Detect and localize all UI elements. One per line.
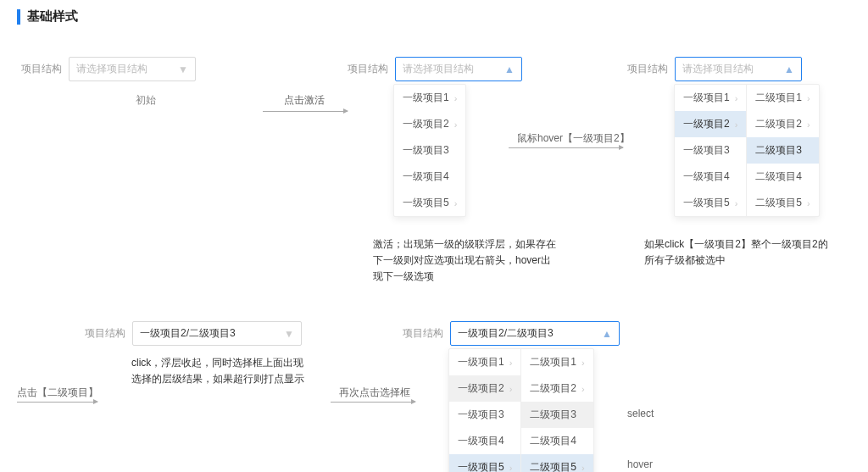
dropdown-item-selected[interactable]: 一级项目2› (449, 375, 520, 402)
placeholder: 请选择项目结构 (76, 62, 147, 76)
select-note: select (627, 406, 654, 422)
state2-select[interactable]: 请选择项目结构 ▲ (395, 57, 522, 81)
chevron-right-icon: › (581, 384, 585, 394)
dropdown-item[interactable]: 一级项目4 (449, 428, 520, 454)
state5-col2: 二级项目1› 二级项目2› 二级项目3 二级项目4 二级项目5› (520, 349, 593, 472)
field-label: 项目结构 (21, 62, 62, 76)
field-label: 项目结构 (85, 326, 125, 341)
transition1-label: 点击激活 (284, 92, 325, 108)
state2-col1: 一级项目1› 一级项目2› 一级项目3 一级项目4 一级项目5› (394, 85, 465, 216)
state5-dropdown: 一级项目1› 一级项目2› 一级项目3 一级项目4 一级项目5› 二级项目1› … (448, 348, 594, 472)
arrow-3 (17, 402, 97, 403)
caret-up-icon: ▲ (784, 64, 794, 75)
state2-dropdown: 一级项目1› 一级项目2› 一级项目3 一级项目4 一级项目5› (393, 84, 466, 217)
dropdown-item[interactable]: 一级项目1› (394, 85, 465, 111)
dropdown-item[interactable]: 二级项目4 (747, 164, 818, 190)
diagram-container: 项目结构 请选择项目结构 ▼ 初始 点击激活 项目结构 请选择项目结构 ▲ 一级… (17, 50, 848, 472)
dropdown-item[interactable]: 一级项目3 (675, 137, 746, 164)
chevron-right-icon: › (509, 463, 513, 473)
chevron-right-icon: › (454, 93, 458, 103)
chevron-right-icon: › (735, 119, 738, 130)
state4-select[interactable]: 一级项目2/二级项目3 ▼ (132, 321, 302, 346)
transition2-label: 鼠标hover【一级项目2】 (517, 130, 630, 147)
arrow-2 (509, 147, 623, 148)
caret-up-icon: ▲ (504, 64, 515, 75)
caret-up-icon: ▲ (602, 329, 612, 339)
dropdown-item[interactable]: 二级项目2› (521, 375, 593, 402)
transition3-label: 点击【二级项目】 (17, 385, 98, 401)
dropdown-item[interactable]: 二级项目1› (747, 85, 818, 111)
dropdown-item[interactable]: 一级项目5› (394, 190, 465, 216)
chevron-right-icon: › (807, 119, 810, 130)
placeholder: 请选择项目结构 (682, 62, 754, 76)
dropdown-item[interactable]: 一级项目2› (394, 111, 465, 137)
state1-caption: 初始 (136, 92, 156, 108)
dropdown-item[interactable]: 二级项目4 (521, 428, 593, 454)
dropdown-item-hovered[interactable]: 二级项目3 (747, 137, 818, 164)
dropdown-item[interactable]: 一级项目1› (675, 85, 746, 111)
dropdown-item[interactable]: 一级项目4 (394, 164, 465, 190)
state1-combo: 项目结构 请选择项目结构 ▼ (21, 57, 196, 81)
chevron-right-icon: › (807, 93, 810, 103)
hover-note: hover (627, 457, 653, 472)
field-label: 项目结构 (348, 62, 388, 76)
state2-desc: 激活；出现第一级的级联浮层，如果存在下一级则对应选项出现右箭头，hover出现下… (373, 236, 559, 286)
arrow-4 (331, 402, 415, 403)
caret-down-icon: ▼ (178, 64, 188, 75)
dropdown-item[interactable]: 一级项目4 (675, 164, 746, 190)
section-header: 基础样式 (17, 8, 851, 25)
chevron-right-icon: › (735, 93, 738, 103)
dropdown-item[interactable]: 二级项目5› (747, 190, 818, 216)
placeholder: 请选择项目结构 (403, 62, 474, 76)
state3-select[interactable]: 请选择项目结构 ▲ (675, 57, 802, 81)
chevron-right-icon: › (807, 198, 810, 208)
dropdown-item-hovered[interactable]: 二级项目5› (521, 454, 593, 472)
dropdown-item[interactable]: 一级项目3 (394, 137, 465, 164)
dropdown-item[interactable]: 二级项目1› (521, 349, 593, 375)
dropdown-item[interactable]: 二级项目2› (747, 111, 818, 137)
dropdown-item[interactable]: 一级项目1› (449, 349, 520, 375)
selected-value: 一级项目2/二级项目3 (458, 326, 554, 341)
chevron-right-icon: › (509, 358, 513, 368)
field-label: 项目结构 (627, 62, 668, 76)
field-label: 项目结构 (403, 326, 443, 341)
state2-combo: 项目结构 请选择项目结构 ▲ (348, 57, 522, 81)
arrow-1 (263, 111, 348, 112)
state3-dropdown: 一级项目1› 一级项目2› 一级项目3 一级项目4 一级项目5› 二级项目1› … (674, 84, 820, 217)
state5-combo: 项目结构 一级项目2/二级项目3 ▲ (403, 321, 620, 346)
caret-down-icon: ▼ (284, 329, 294, 339)
chevron-right-icon: › (581, 358, 585, 368)
state1-select[interactable]: 请选择项目结构 ▼ (69, 57, 196, 81)
selected-value: 一级项目2/二级项目3 (140, 326, 236, 341)
state4-desc: click，浮层收起，同时选择框上面出现选择的层级结果，如果超行则打点显示 (131, 355, 309, 387)
section-title: 基础样式 (27, 8, 78, 25)
chevron-right-icon: › (454, 119, 458, 130)
dropdown-item-hovered[interactable]: 一级项目2› (675, 111, 746, 137)
dropdown-item-selected[interactable]: 二级项目3 (521, 402, 593, 428)
state3-col2: 二级项目1› 二级项目2› 二级项目3 二级项目4 二级项目5› (746, 85, 818, 216)
state4-combo: 项目结构 一级项目2/二级项目3 ▼ (85, 321, 302, 346)
chevron-right-icon: › (454, 198, 458, 208)
state5-select[interactable]: 一级项目2/二级项目3 ▲ (450, 321, 620, 346)
dropdown-item[interactable]: 一级项目3 (449, 402, 520, 428)
transition4-label: 再次点击选择框 (339, 385, 410, 401)
section-accent-bar (17, 9, 20, 25)
chevron-right-icon: › (509, 384, 513, 394)
chevron-right-icon: › (735, 198, 738, 208)
state5-col1: 一级项目1› 一级项目2› 一级项目3 一级项目4 一级项目5› (449, 349, 520, 472)
dropdown-item[interactable]: 一级项目5› (675, 190, 746, 216)
state3-combo: 项目结构 请选择项目结构 ▲ (627, 57, 802, 81)
dropdown-item-hovered[interactable]: 一级项目5› (449, 454, 520, 472)
state3-desc: 如果click【一级项目2】整个一级项目2的所有子级都被选中 (644, 236, 831, 269)
chevron-right-icon: › (581, 463, 585, 473)
state3-col1: 一级项目1› 一级项目2› 一级项目3 一级项目4 一级项目5› (675, 85, 746, 216)
